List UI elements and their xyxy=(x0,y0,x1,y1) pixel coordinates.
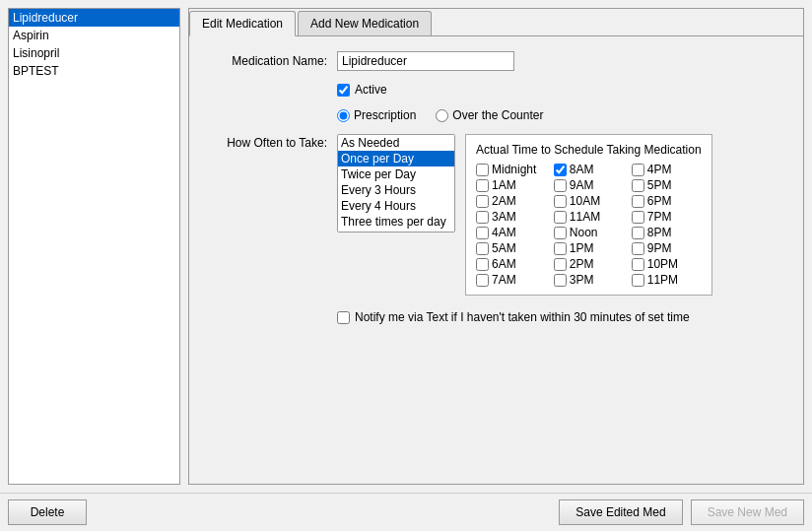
checkbox-2am[interactable] xyxy=(476,195,489,208)
medication-name-label: Medication Name: xyxy=(209,54,337,68)
time-item-9am: 9AM xyxy=(554,178,624,192)
time-item-11pm: 11PM xyxy=(632,273,702,287)
main-container: Lipidreducer Aspirin Lisinopril BPTEST E… xyxy=(0,0,812,493)
time-item-7pm: 7PM xyxy=(632,210,702,224)
time-schedule-title: Actual Time to Schedule Taking Medicatio… xyxy=(476,143,702,157)
label-6pm: 6PM xyxy=(647,194,672,208)
time-item-2am: 2AM xyxy=(476,194,546,208)
label-10pm: 10PM xyxy=(647,257,678,271)
option-as-needed[interactable]: As Needed xyxy=(338,135,454,151)
checkbox-3pm[interactable] xyxy=(554,274,567,287)
checkbox-7pm[interactable] xyxy=(632,211,644,224)
time-item-10pm: 10PM xyxy=(632,257,702,271)
option-four-times[interactable]: Four times per day xyxy=(338,230,454,232)
checkbox-10am[interactable] xyxy=(554,195,567,208)
notify-checkbox[interactable] xyxy=(337,311,350,324)
label-6am: 6AM xyxy=(492,257,516,271)
time-item-1pm: 1PM xyxy=(554,241,624,255)
option-twice[interactable]: Twice per Day xyxy=(338,166,454,182)
save-new-button[interactable]: Save New Med xyxy=(691,499,804,525)
tab-content: Medication Name: Active Prescription Ove… xyxy=(189,36,803,484)
checkbox-8am[interactable] xyxy=(554,164,567,176)
option-every4[interactable]: Every 4 Hours xyxy=(338,198,454,214)
time-item-5am: 5AM xyxy=(476,241,546,255)
tab-edit[interactable]: Edit Medication xyxy=(189,11,296,36)
time-item-2pm: 2PM xyxy=(554,257,624,271)
label-3am: 3AM xyxy=(492,210,516,224)
prescription-label: Prescription xyxy=(354,108,416,122)
checkbox-4am[interactable] xyxy=(476,227,489,239)
label-4pm: 4PM xyxy=(647,163,672,176)
time-item-4am: 4AM xyxy=(476,226,546,239)
checkbox-11pm[interactable] xyxy=(632,274,644,287)
medication-list: Lipidreducer Aspirin Lisinopril BPTEST xyxy=(8,8,180,485)
list-item-aspirin[interactable]: Aspirin xyxy=(9,27,179,44)
checkbox-7am[interactable] xyxy=(476,274,489,287)
option-every3[interactable]: Every 3 Hours xyxy=(338,182,454,198)
time-item-noon: Noon xyxy=(554,226,624,239)
time-item-6am: 6AM xyxy=(476,257,546,271)
checkbox-10pm[interactable] xyxy=(632,258,644,271)
tab-add-new[interactable]: Add New Medication xyxy=(298,11,432,35)
medication-name-input[interactable] xyxy=(337,51,514,71)
time-item-11am: 11AM xyxy=(554,210,624,224)
how-often-select[interactable]: As Needed Once per Day Twice per Day Eve… xyxy=(337,134,455,232)
tab-bar: Edit Medication Add New Medication xyxy=(189,9,803,36)
save-edited-button[interactable]: Save Edited Med xyxy=(559,499,682,525)
checkbox-6am[interactable] xyxy=(476,258,489,271)
prescription-radio[interactable] xyxy=(337,109,350,122)
checkbox-9pm[interactable] xyxy=(632,242,644,255)
label-8pm: 8PM xyxy=(647,226,672,239)
label-2pm: 2PM xyxy=(570,257,594,271)
checkbox-3am[interactable] xyxy=(476,211,489,224)
checkbox-midnight[interactable] xyxy=(476,164,489,176)
checkbox-1am[interactable] xyxy=(476,179,489,192)
label-9pm: 9PM xyxy=(647,241,672,255)
checkbox-6pm[interactable] xyxy=(632,195,644,208)
label-7pm: 7PM xyxy=(647,210,672,224)
over-counter-radio[interactable] xyxy=(436,109,448,122)
checkbox-9am[interactable] xyxy=(554,179,567,192)
delete-button[interactable]: Delete xyxy=(8,499,87,525)
time-item-midnight: Midnight xyxy=(476,163,546,176)
notify-row: Notify me via Text if I haven't taken wi… xyxy=(337,310,783,324)
label-noon: Noon xyxy=(570,226,598,239)
checkbox-5pm[interactable] xyxy=(632,179,644,192)
checkbox-1pm[interactable] xyxy=(554,242,567,255)
active-label: Active xyxy=(355,83,387,97)
label-10am: 10AM xyxy=(570,194,600,208)
tab-panel: Edit Medication Add New Medication Medic… xyxy=(188,8,804,485)
time-grid: Midnight 8AM 4PM xyxy=(476,163,702,287)
time-item-8am: 8AM xyxy=(554,163,624,176)
checkbox-11am[interactable] xyxy=(554,211,567,224)
checkbox-4pm[interactable] xyxy=(632,164,644,176)
time-item-3pm: 3PM xyxy=(554,273,624,287)
time-item-8pm: 8PM xyxy=(632,226,702,239)
label-8am: 8AM xyxy=(570,163,594,176)
label-5pm: 5PM xyxy=(647,178,672,192)
active-checkbox[interactable] xyxy=(337,84,350,97)
notify-label: Notify me via Text if I haven't taken wi… xyxy=(355,310,690,324)
time-item-9pm: 9PM xyxy=(632,241,702,255)
checkbox-2pm[interactable] xyxy=(554,258,567,271)
medication-name-row: Medication Name: xyxy=(209,51,783,71)
label-7am: 7AM xyxy=(492,273,516,287)
list-item-bptest[interactable]: BPTEST xyxy=(9,62,179,80)
checkbox-8pm[interactable] xyxy=(632,227,644,239)
time-item-3am: 3AM xyxy=(476,210,546,224)
checkbox-noon[interactable] xyxy=(554,227,567,239)
option-three-times[interactable]: Three times per day xyxy=(338,214,454,230)
time-item-10am: 10AM xyxy=(554,194,624,208)
list-item-lipidreducer[interactable]: Lipidreducer xyxy=(9,9,179,27)
list-item-lisinopril[interactable]: Lisinopril xyxy=(9,44,179,62)
over-counter-option: Over the Counter xyxy=(436,108,543,122)
action-buttons: Save Edited Med Save New Med xyxy=(559,499,804,525)
checkbox-5am[interactable] xyxy=(476,242,489,255)
time-item-1am: 1AM xyxy=(476,178,546,192)
option-once[interactable]: Once per Day xyxy=(338,151,454,166)
label-9am: 9AM xyxy=(570,178,594,192)
time-item-7am: 7AM xyxy=(476,273,546,287)
label-1am: 1AM xyxy=(492,178,516,192)
time-item-5pm: 5PM xyxy=(632,178,702,192)
type-radio-row: Prescription Over the Counter xyxy=(337,108,783,122)
